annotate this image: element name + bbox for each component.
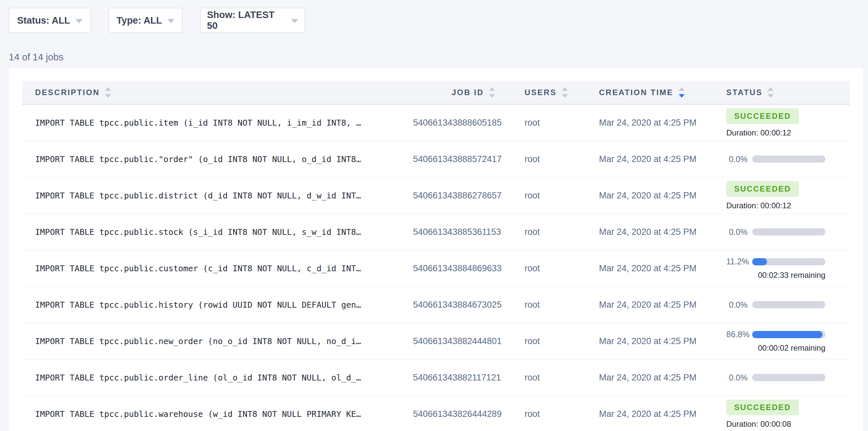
table-body: IMPORT TABLE tpcc.public.item (i_id INT8…	[22, 105, 850, 431]
status-progress-group: 86.8% 00:00:02 remaining	[726, 330, 825, 352]
filter-toolbar: Status: ALL Type: ALL Show: LATEST 50	[0, 0, 868, 33]
type-filter-dropdown[interactable]: Type: ALL	[108, 8, 182, 33]
chevron-down-icon	[75, 19, 83, 23]
job-status-cell: 0.0%	[726, 300, 850, 310]
job-description: IMPORT TABLE tpcc.public."order" (o_id I…	[22, 154, 413, 164]
column-header-job-id[interactable]: JOB ID	[413, 87, 525, 98]
job-creation-time: Mar 24, 2020 at 4:25 PM	[599, 118, 726, 128]
job-status-cell: 0.0%	[726, 154, 850, 164]
table-header-row: DESCRIPTION JOB ID USERS	[22, 81, 850, 105]
progress-bar	[752, 301, 825, 308]
show-filter-dropdown[interactable]: Show: LATEST 50	[200, 8, 305, 33]
sort-arrows-icon	[562, 87, 568, 98]
job-description: IMPORT TABLE tpcc.public.customer (c_id …	[22, 264, 413, 273]
sort-asc-icon	[105, 87, 111, 91]
job-id-link[interactable]: 540661343884673025	[413, 300, 525, 310]
job-user: root	[525, 300, 599, 310]
status-badge: SUCCEEDED	[726, 108, 799, 124]
table-row: IMPORT TABLE tpcc.public.history (rowid …	[22, 287, 850, 323]
progress-remaining: 00:00:02 remaining	[726, 343, 825, 352]
job-id-link[interactable]: 540661343888572417	[413, 154, 525, 164]
sort-arrows-icon	[768, 87, 774, 98]
progress-bar	[752, 155, 825, 163]
progress-remaining: 00:02:33 remaining	[726, 271, 825, 280]
job-status-cell: 86.8% 00:00:02 remaining	[726, 330, 850, 352]
table-row: IMPORT TABLE tpcc.public.stock (s_i_id I…	[22, 214, 850, 250]
sort-desc-icon	[489, 94, 495, 98]
job-user: root	[525, 373, 599, 383]
chevron-down-icon	[167, 19, 175, 23]
jobs-count: 14 of 14 jobs	[9, 52, 868, 63]
job-user: root	[525, 264, 599, 274]
job-id-link[interactable]: 540661343882444801	[413, 336, 525, 346]
column-header-description[interactable]: DESCRIPTION	[22, 87, 413, 98]
jobs-table: DESCRIPTION JOB ID USERS	[22, 81, 850, 431]
sort-arrows-icon	[489, 87, 495, 98]
progress-bar	[752, 228, 825, 236]
job-description: IMPORT TABLE tpcc.public.stock (s_i_id I…	[22, 227, 413, 237]
status-badge-group: SUCCEEDED Duration: 00:00:12	[726, 181, 825, 210]
status-progress-group: 0.0%	[726, 300, 825, 310]
job-user: root	[525, 409, 599, 419]
job-user: root	[525, 191, 599, 201]
show-filter-label: Show: LATEST 50	[207, 9, 286, 31]
chevron-down-icon	[291, 19, 298, 23]
status-badge: SUCCEEDED	[726, 400, 799, 415]
progress-percent: 0.0%	[726, 154, 748, 164]
sort-arrows-icon	[105, 87, 111, 98]
job-description: IMPORT TABLE tpcc.public.new_order (no_o…	[22, 337, 413, 346]
job-id-link[interactable]: 540661343886278657	[413, 191, 525, 201]
job-status-cell: 0.0%	[726, 227, 850, 237]
job-id-link[interactable]: 540661343885361153	[413, 227, 525, 237]
job-status-cell: SUCCEEDED Duration: 00:00:12	[726, 108, 850, 137]
sort-desc-icon	[105, 94, 111, 98]
status-badge-group: SUCCEEDED Duration: 00:00:08	[726, 400, 825, 429]
status-progress-group: 0.0%	[726, 154, 825, 164]
status-filter-dropdown[interactable]: Status: ALL	[9, 8, 91, 33]
job-creation-time: Mar 24, 2020 at 4:25 PM	[599, 264, 726, 274]
progress-percent: 0.0%	[726, 373, 748, 382]
job-id-link[interactable]: 540661343826444289	[413, 409, 525, 419]
job-status-cell: 11.2% 00:02:33 remaining	[726, 257, 850, 280]
job-status-cell: SUCCEEDED Duration: 00:00:08	[726, 400, 850, 429]
progress-percent: 86.8%	[726, 330, 748, 339]
job-creation-time: Mar 24, 2020 at 4:25 PM	[599, 227, 726, 237]
status-filter-label: Status: ALL	[17, 15, 70, 26]
type-filter-label: Type: ALL	[117, 15, 162, 26]
status-duration: Duration: 00:00:12	[726, 201, 825, 210]
progress-bar	[752, 331, 825, 338]
job-user: root	[525, 118, 599, 128]
sort-asc-icon	[679, 87, 685, 91]
job-user: root	[525, 227, 599, 237]
jobs-table-card: DESCRIPTION JOB ID USERS	[8, 68, 863, 431]
job-id-link[interactable]: 540661343888605185	[413, 118, 525, 128]
status-duration: Duration: 00:00:08	[726, 420, 825, 429]
table-row: IMPORT TABLE tpcc.public.order_line (ol_…	[22, 360, 850, 396]
sort-desc-icon	[562, 94, 568, 98]
job-id-link[interactable]: 540661343882117121	[413, 373, 525, 383]
sort-desc-icon	[768, 94, 774, 98]
status-duration: Duration: 00:00:12	[726, 128, 825, 137]
progress-bar	[752, 374, 825, 381]
job-user: root	[525, 154, 599, 164]
column-header-status[interactable]: STATUS	[726, 87, 850, 98]
job-creation-time: Mar 24, 2020 at 4:25 PM	[599, 409, 726, 419]
progress-percent: 0.0%	[726, 300, 748, 310]
job-id-link[interactable]: 540661343884869633	[413, 264, 525, 274]
table-row: IMPORT TABLE tpcc.public.district (d_id …	[22, 178, 850, 214]
column-header-creation-time[interactable]: CREATION TIME	[599, 87, 726, 98]
job-status-cell: SUCCEEDED Duration: 00:00:12	[726, 181, 850, 210]
column-header-users[interactable]: USERS	[525, 87, 599, 98]
sort-asc-icon	[562, 87, 568, 91]
job-description: IMPORT TABLE tpcc.public.district (d_id …	[22, 191, 413, 201]
table-row: IMPORT TABLE tpcc.public."order" (o_id I…	[22, 141, 850, 178]
sort-asc-icon	[768, 87, 774, 91]
job-creation-time: Mar 24, 2020 at 4:25 PM	[599, 154, 726, 164]
job-description: IMPORT TABLE tpcc.public.order_line (ol_…	[22, 373, 413, 382]
progress-percent: 0.0%	[726, 227, 748, 237]
progress-fill	[752, 258, 767, 265]
job-creation-time: Mar 24, 2020 at 4:25 PM	[599, 191, 726, 201]
job-creation-time: Mar 24, 2020 at 4:25 PM	[599, 300, 726, 310]
table-row: IMPORT TABLE tpcc.public.customer (c_id …	[22, 250, 850, 287]
table-row: IMPORT TABLE tpcc.public.item (i_id INT8…	[22, 105, 850, 141]
